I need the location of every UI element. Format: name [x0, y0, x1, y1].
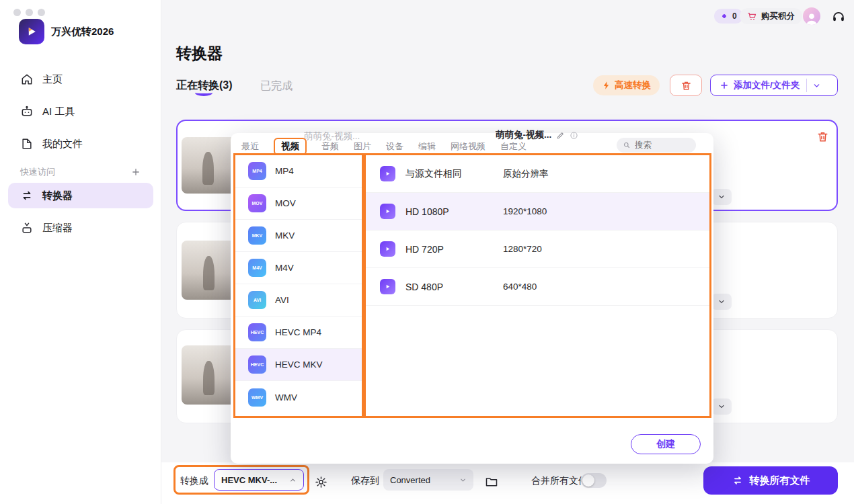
- button-divider: [806, 79, 807, 92]
- format-item-hevc-mkv[interactable]: HEVC HEVC MKV: [235, 349, 362, 381]
- clear-all-button[interactable]: [670, 75, 702, 96]
- sidebar-item-compressor[interactable]: 压缩器: [8, 215, 153, 241]
- save-to-dropdown[interactable]: Converted: [383, 469, 473, 491]
- fast-convert-label: 高速转换: [615, 79, 651, 91]
- open-folder-button[interactable]: [483, 473, 500, 491]
- popup-tab-custom[interactable]: 自定义: [500, 140, 527, 153]
- sidebar-item-ai-tools[interactable]: AI 工具: [8, 98, 153, 125]
- sidebar-item-converter[interactable]: 转换器: [8, 183, 153, 208]
- ai-tools-icon: [20, 105, 34, 118]
- format-item-mkv[interactable]: MKV MKV: [235, 220, 362, 252]
- video-play-icon: [380, 166, 395, 181]
- trash-icon: [816, 130, 829, 143]
- resolution-item-same-as-source[interactable]: 与源文件相同 原始分辨率: [366, 155, 709, 193]
- resolution-list: 与源文件相同 原始分辨率 HD 1080P 1920*1080 HD 720P …: [364, 153, 711, 418]
- home-icon: [20, 73, 34, 86]
- chevron-down-icon: [717, 403, 726, 411]
- format-item-m4v[interactable]: M4V M4V: [235, 252, 362, 284]
- plus-icon: [720, 81, 729, 90]
- gear-icon: [315, 476, 327, 489]
- save-to-label: 保存到: [351, 475, 379, 487]
- search-box[interactable]: [617, 138, 696, 153]
- search-icon: [623, 141, 631, 149]
- format-list: MP4 MP4 MOV MOV MKV MKV M4V M4V AVI AVI …: [233, 153, 364, 418]
- buy-credits-button[interactable]: 购买积分: [740, 8, 802, 24]
- add-quick-access-button[interactable]: [129, 165, 143, 179]
- credits-badge[interactable]: 0: [714, 9, 743, 24]
- quick-access-label: 快速访问: [20, 166, 55, 178]
- chevron-down-icon: [459, 476, 467, 484]
- wmv-format-icon: WMV: [248, 388, 266, 407]
- conversion-settings-button[interactable]: [312, 473, 329, 491]
- info-icon[interactable]: [570, 131, 578, 140]
- toggle-knob: [582, 474, 594, 487]
- file-output-name: 萌萌兔-视频...: [496, 129, 551, 141]
- sidebar-item-my-files[interactable]: 我的文件: [8, 130, 153, 157]
- chevron-down-icon: [717, 298, 726, 306]
- converter-icon: [20, 189, 34, 202]
- support-button[interactable]: [831, 9, 846, 24]
- add-files-button[interactable]: 添加文件/文件夹: [710, 75, 838, 96]
- lightning-icon: [602, 81, 611, 90]
- sidebar-item-label: AI 工具: [42, 106, 75, 118]
- avi-format-icon: AVI: [248, 291, 266, 309]
- compressor-icon: [20, 221, 34, 235]
- tab-completed[interactable]: 已完成: [260, 79, 293, 93]
- popup-tab-recent[interactable]: 最近: [241, 140, 259, 153]
- chevron-down-icon: [812, 81, 821, 90]
- chevron-up-icon: [289, 476, 297, 484]
- app-brand: 万兴优转2026: [19, 19, 114, 44]
- format-item-mov[interactable]: MOV MOV: [235, 187, 362, 220]
- resolution-item-hd-1080p[interactable]: HD 1080P 1920*1080: [366, 193, 709, 230]
- fast-convert-button[interactable]: 高速转换: [593, 75, 660, 95]
- convert-icon: [732, 474, 744, 487]
- merge-files-toggle[interactable]: [581, 473, 607, 488]
- format-item-wmv[interactable]: WMV WMV: [235, 381, 362, 413]
- active-tab-underline: [195, 89, 212, 96]
- popup-tab-web-video[interactable]: 网络视频: [451, 140, 486, 153]
- popup-tab-device[interactable]: 设备: [386, 140, 403, 153]
- convert-to-value: HEVC MKV-...: [221, 475, 277, 485]
- video-thumbnail: [182, 137, 237, 194]
- window-maximize-button[interactable]: [38, 9, 45, 16]
- add-files-label: 添加文件/文件夹: [734, 79, 800, 91]
- edit-name-button[interactable]: [556, 131, 565, 140]
- avatar[interactable]: [803, 7, 820, 25]
- create-button[interactable]: 创建: [631, 434, 701, 454]
- sidebar-item-label: 主页: [42, 73, 63, 86]
- cart-icon: [747, 11, 757, 22]
- convert-all-label: 转换所有文件: [750, 474, 810, 487]
- plus-icon: [131, 167, 141, 177]
- format-dropdown-button[interactable]: [711, 294, 732, 310]
- format-dropdown-button[interactable]: [711, 189, 732, 205]
- mov-format-icon: MOV: [248, 194, 266, 212]
- video-play-icon: [380, 204, 395, 219]
- mkv-format-icon: MKV: [248, 226, 266, 245]
- sidebar-item-label: 转换器: [42, 190, 73, 202]
- resolution-item-sd-480p[interactable]: SD 480P 640*480: [366, 268, 709, 306]
- delete-task-button[interactable]: [814, 128, 830, 144]
- merge-files-label: 合并所有文件: [531, 475, 588, 487]
- search-input[interactable]: [635, 140, 687, 150]
- video-play-icon: [380, 241, 395, 257]
- folder-icon: [485, 475, 498, 489]
- format-picker-popup: 最近 视频 音频 图片 设备 编辑 网络视频 自定义 MP4 MP4 MOV M…: [231, 133, 713, 464]
- window-close-button[interactable]: [13, 9, 21, 16]
- file-source-name: 萌萌兔-视频...: [304, 130, 360, 142]
- format-item-hevc-mp4[interactable]: HEVC HEVC MP4: [235, 317, 362, 349]
- format-dropdown-button[interactable]: [711, 398, 732, 415]
- add-files-dropdown[interactable]: [812, 81, 821, 90]
- resolution-item-hd-720p[interactable]: HD 720P 1280*720: [366, 230, 709, 268]
- convert-all-button[interactable]: 转换所有文件: [703, 466, 838, 495]
- chevron-down-icon: [717, 193, 726, 201]
- format-item-mp4[interactable]: MP4 MP4: [235, 155, 362, 187]
- save-to-value: Converted: [390, 475, 430, 485]
- popup-tab-edit[interactable]: 编辑: [418, 140, 436, 153]
- convert-to-dropdown[interactable]: HEVC MKV-...: [214, 469, 304, 491]
- format-item-avi[interactable]: AVI AVI: [235, 284, 362, 317]
- window-minimize-button[interactable]: [26, 9, 33, 16]
- hevc-mp4-format-icon: HEVC: [248, 323, 266, 341]
- sidebar: 万兴优转2026 主页 AI 工具 我的文件 快速访问 转换器 压缩器: [0, 0, 161, 504]
- sidebar-item-home[interactable]: 主页: [8, 66, 153, 93]
- sidebar-item-label: 我的文件: [42, 138, 83, 151]
